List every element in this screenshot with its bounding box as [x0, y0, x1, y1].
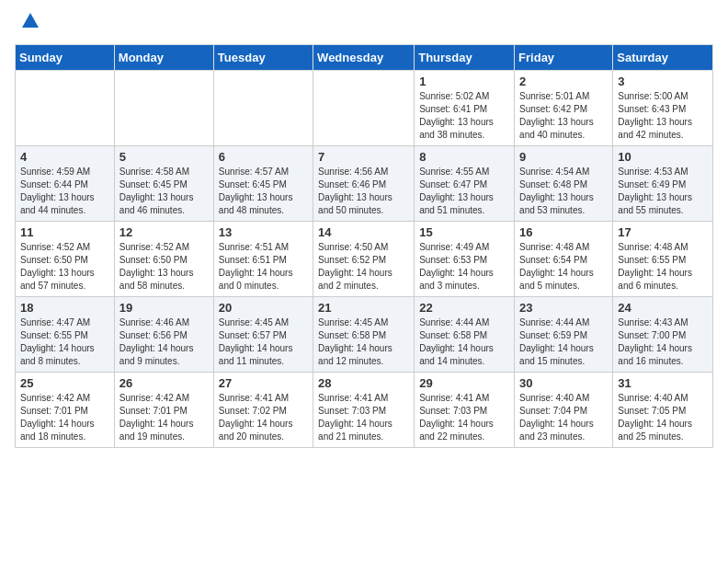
calendar-header: SundayMondayTuesdayWednesdayThursdayFrid… [16, 44, 713, 70]
week-row-5: 25Sunrise: 4:42 AM Sunset: 7:01 PM Dayli… [16, 372, 713, 447]
calendar-cell: 5Sunrise: 4:58 AM Sunset: 6:45 PM Daylig… [114, 145, 213, 221]
calendar-cell [213, 70, 313, 145]
day-info: Sunrise: 4:44 AM Sunset: 6:58 PM Dayligh… [419, 316, 509, 368]
calendar-cell: 15Sunrise: 4:49 AM Sunset: 6:53 PM Dayli… [415, 221, 515, 296]
day-info: Sunrise: 4:44 AM Sunset: 6:59 PM Dayligh… [519, 316, 608, 368]
day-info: Sunrise: 4:56 AM Sunset: 6:46 PM Dayligh… [318, 166, 409, 217]
day-number: 5 [119, 150, 209, 164]
header-cell-saturday: Saturday [613, 44, 713, 70]
calendar-cell: 26Sunrise: 4:42 AM Sunset: 7:01 PM Dayli… [114, 372, 213, 447]
calendar-cell: 31Sunrise: 4:40 AM Sunset: 7:05 PM Dayli… [613, 372, 713, 447]
day-number: 17 [618, 225, 708, 239]
day-number: 24 [618, 301, 708, 315]
week-row-2: 4Sunrise: 4:59 AM Sunset: 6:44 PM Daylig… [16, 145, 713, 221]
day-info: Sunrise: 4:52 AM Sunset: 6:50 PM Dayligh… [119, 241, 209, 293]
header-cell-thursday: Thursday [415, 44, 515, 70]
calendar-cell: 2Sunrise: 5:01 AM Sunset: 6:42 PM Daylig… [515, 70, 613, 145]
calendar-cell: 3Sunrise: 5:00 AM Sunset: 6:43 PM Daylig… [613, 70, 713, 145]
calendar-cell: 10Sunrise: 4:53 AM Sunset: 6:49 PM Dayli… [613, 145, 713, 221]
day-info: Sunrise: 4:40 AM Sunset: 7:04 PM Dayligh… [519, 392, 608, 443]
day-number: 7 [318, 150, 409, 164]
day-info: Sunrise: 4:47 AM Sunset: 6:55 PM Dayligh… [20, 316, 109, 368]
header-cell-friday: Friday [515, 44, 613, 70]
header-cell-tuesday: Tuesday [213, 44, 313, 70]
calendar-cell: 7Sunrise: 4:56 AM Sunset: 6:46 PM Daylig… [313, 145, 415, 221]
day-info: Sunrise: 4:59 AM Sunset: 6:44 PM Dayligh… [20, 166, 109, 217]
day-info: Sunrise: 4:49 AM Sunset: 6:53 PM Dayligh… [419, 241, 509, 293]
calendar-cell: 19Sunrise: 4:46 AM Sunset: 6:56 PM Dayli… [114, 296, 213, 372]
day-number: 30 [519, 376, 608, 390]
day-info: Sunrise: 4:45 AM Sunset: 6:58 PM Dayligh… [318, 316, 409, 368]
page-header [0, 0, 728, 44]
day-number: 31 [618, 376, 708, 390]
calendar-cell: 28Sunrise: 4:41 AM Sunset: 7:03 PM Dayli… [313, 372, 415, 447]
calendar-cell: 1Sunrise: 5:02 AM Sunset: 6:41 PM Daylig… [415, 70, 515, 145]
day-number: 16 [519, 225, 608, 239]
calendar-cell: 22Sunrise: 4:44 AM Sunset: 6:58 PM Dayli… [415, 296, 515, 372]
day-number: 10 [618, 150, 708, 164]
day-info: Sunrise: 4:57 AM Sunset: 6:45 PM Dayligh… [219, 166, 308, 217]
day-number: 13 [219, 225, 308, 239]
day-info: Sunrise: 4:46 AM Sunset: 6:56 PM Dayligh… [119, 316, 209, 368]
day-info: Sunrise: 5:00 AM Sunset: 6:43 PM Dayligh… [618, 90, 708, 142]
calendar-cell: 4Sunrise: 4:59 AM Sunset: 6:44 PM Daylig… [16, 145, 115, 221]
day-number: 29 [419, 376, 509, 390]
day-number: 11 [20, 225, 109, 239]
logo [18, 11, 40, 37]
calendar-cell: 23Sunrise: 4:44 AM Sunset: 6:59 PM Dayli… [515, 296, 613, 372]
day-info: Sunrise: 4:41 AM Sunset: 7:03 PM Dayligh… [318, 392, 409, 443]
calendar-cell: 18Sunrise: 4:47 AM Sunset: 6:55 PM Dayli… [16, 296, 115, 372]
logo-icon [20, 11, 40, 31]
day-info: Sunrise: 4:41 AM Sunset: 7:02 PM Dayligh… [219, 392, 308, 443]
day-info: Sunrise: 4:40 AM Sunset: 7:05 PM Dayligh… [618, 392, 708, 443]
day-info: Sunrise: 5:01 AM Sunset: 6:42 PM Dayligh… [519, 90, 608, 142]
calendar-cell: 9Sunrise: 4:54 AM Sunset: 6:48 PM Daylig… [515, 145, 613, 221]
calendar-cell: 14Sunrise: 4:50 AM Sunset: 6:52 PM Dayli… [313, 221, 415, 296]
day-info: Sunrise: 4:50 AM Sunset: 6:52 PM Dayligh… [318, 241, 409, 293]
svg-marker-0 [22, 13, 39, 28]
day-info: Sunrise: 4:41 AM Sunset: 7:03 PM Dayligh… [419, 392, 509, 443]
calendar-cell: 8Sunrise: 4:55 AM Sunset: 6:47 PM Daylig… [415, 145, 515, 221]
calendar-cell: 21Sunrise: 4:45 AM Sunset: 6:58 PM Dayli… [313, 296, 415, 372]
day-number: 9 [519, 150, 608, 164]
week-row-3: 11Sunrise: 4:52 AM Sunset: 6:50 PM Dayli… [16, 221, 713, 296]
day-info: Sunrise: 4:43 AM Sunset: 7:00 PM Dayligh… [618, 316, 708, 368]
day-number: 8 [419, 150, 509, 164]
calendar-cell: 30Sunrise: 4:40 AM Sunset: 7:04 PM Dayli… [515, 372, 613, 447]
calendar-cell: 16Sunrise: 4:48 AM Sunset: 6:54 PM Dayli… [515, 221, 613, 296]
day-info: Sunrise: 4:55 AM Sunset: 6:47 PM Dayligh… [419, 166, 509, 217]
day-info: Sunrise: 5:02 AM Sunset: 6:41 PM Dayligh… [419, 90, 509, 142]
day-info: Sunrise: 4:52 AM Sunset: 6:50 PM Dayligh… [20, 241, 109, 293]
day-number: 6 [219, 150, 308, 164]
day-number: 3 [618, 75, 708, 88]
day-number: 4 [20, 150, 109, 164]
day-number: 22 [419, 301, 509, 315]
calendar-cell: 17Sunrise: 4:48 AM Sunset: 6:55 PM Dayli… [613, 221, 713, 296]
calendar-cell: 6Sunrise: 4:57 AM Sunset: 6:45 PM Daylig… [213, 145, 313, 221]
day-number: 2 [519, 75, 608, 88]
calendar-cell [313, 70, 415, 145]
calendar-cell: 27Sunrise: 4:41 AM Sunset: 7:02 PM Dayli… [213, 372, 313, 447]
day-info: Sunrise: 4:48 AM Sunset: 6:54 PM Dayligh… [519, 241, 608, 293]
day-number: 28 [318, 376, 409, 390]
day-info: Sunrise: 4:51 AM Sunset: 6:51 PM Dayligh… [219, 241, 308, 293]
day-number: 27 [219, 376, 308, 390]
day-number: 21 [318, 301, 409, 315]
day-info: Sunrise: 4:42 AM Sunset: 7:01 PM Dayligh… [119, 392, 209, 443]
day-number: 19 [119, 301, 209, 315]
day-number: 15 [419, 225, 509, 239]
calendar-cell: 13Sunrise: 4:51 AM Sunset: 6:51 PM Dayli… [213, 221, 313, 296]
calendar-wrapper: SundayMondayTuesdayWednesdayThursdayFrid… [0, 44, 728, 455]
day-number: 18 [20, 301, 109, 315]
calendar-cell: 29Sunrise: 4:41 AM Sunset: 7:03 PM Dayli… [415, 372, 515, 447]
day-number: 14 [318, 225, 409, 239]
day-number: 20 [219, 301, 308, 315]
day-number: 1 [419, 75, 509, 88]
calendar-body: 1Sunrise: 5:02 AM Sunset: 6:41 PM Daylig… [16, 70, 713, 447]
day-number: 23 [519, 301, 608, 315]
header-cell-monday: Monday [114, 44, 213, 70]
week-row-4: 18Sunrise: 4:47 AM Sunset: 6:55 PM Dayli… [16, 296, 713, 372]
calendar-cell [16, 70, 115, 145]
calendar-cell: 25Sunrise: 4:42 AM Sunset: 7:01 PM Dayli… [16, 372, 115, 447]
day-info: Sunrise: 4:42 AM Sunset: 7:01 PM Dayligh… [20, 392, 109, 443]
